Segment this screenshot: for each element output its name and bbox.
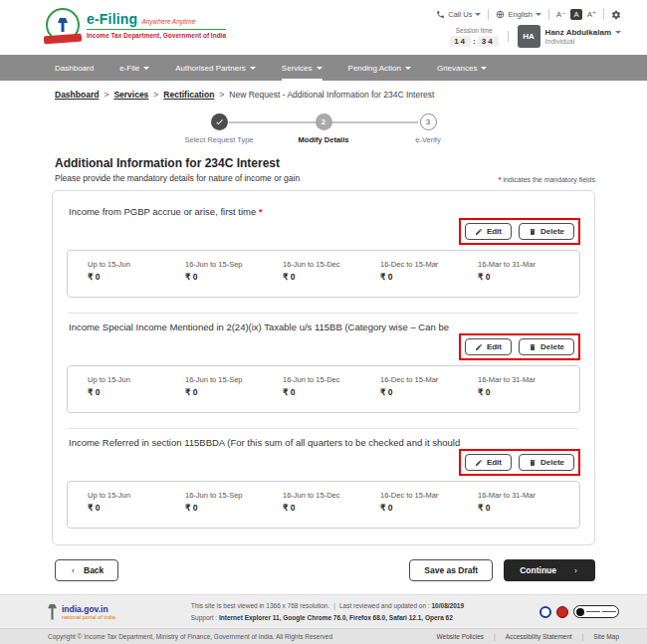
efiling-logo[interactable]: e-Filing Anywhere Anytime Income Tax Dep… (46, 8, 226, 42)
avatar: HA (518, 25, 540, 48)
language-label: English (508, 10, 533, 19)
chevron-left-icon (70, 567, 77, 574)
footer: india.gov.in national portal of india Th… (0, 594, 647, 644)
step-select-request-type: Select Request Type (174, 113, 264, 144)
quarter-label: 16-Dec to 15-Mar (380, 491, 478, 500)
font-size-increase-button[interactable]: A⁺ (587, 10, 596, 19)
app-header: e-Filing Anywhere Anytime Income Tax Dep… (0, 0, 647, 55)
step-e-verify: 3 e-Verify (383, 113, 473, 144)
brand-name: e-Filing (87, 11, 137, 27)
divider (548, 9, 549, 20)
breadcrumb-dashboard[interactable]: Dashboard (55, 90, 99, 100)
website-policies-link[interactable]: Website Policies (437, 633, 485, 640)
session-seconds: 34 (478, 36, 499, 47)
quarter-value: ₹ 0 (185, 272, 283, 282)
quarter-value: ₹ 0 (88, 503, 185, 513)
call-us-label: Call Us (448, 10, 472, 19)
breadcrumb-rectification[interactable]: Rectification (163, 90, 214, 100)
phone-icon (436, 10, 445, 19)
chevron-down-icon (615, 31, 621, 34)
edit-button[interactable]: Edit (465, 223, 512, 240)
continue-button[interactable]: Continue (504, 559, 595, 581)
delete-button[interactable]: Delete (519, 454, 574, 471)
call-us-menu[interactable]: Call Us (436, 10, 481, 19)
quarterly-values-box: Up to 15-Jun₹ 0 16-Jun to 15-Sep₹ 0 16-J… (67, 250, 580, 298)
quarter-value: ₹ 0 (380, 387, 478, 397)
portal-subtitle: national portal of india (62, 614, 115, 620)
quarter-label: 16-Jun to 15-Dec (283, 491, 380, 500)
accessibility-settings-icon[interactable] (611, 10, 621, 20)
section-title: Income from PGBP accrue or arise, first … (69, 206, 578, 217)
income-details-card: Income from PGBP accrue or arise, first … (52, 190, 595, 545)
breadcrumb-services[interactable]: Services (113, 90, 148, 100)
step-done-check-icon (211, 113, 228, 130)
quarter-label: 16-Mar to 31-Mar (478, 375, 575, 384)
session-minutes: 14 (450, 36, 471, 47)
delete-button[interactable]: Delete (519, 223, 574, 240)
user-menu[interactable]: HA Hanz Abdulkalam Individual (518, 25, 621, 48)
portal-name: india.gov.in (62, 604, 115, 614)
pencil-icon (475, 343, 483, 351)
language-menu[interactable]: English (496, 10, 541, 19)
trash-icon (529, 459, 537, 467)
font-size-decrease-button[interactable]: A⁻ (556, 10, 565, 19)
quarterly-values-box: Up to 15-Jun₹ 0 16-Jun to 15-Sep₹ 0 16-J… (67, 365, 580, 413)
back-button[interactable]: Back (55, 559, 118, 581)
nav-grievances[interactable]: Grievances (437, 55, 487, 81)
delete-button[interactable]: Delete (519, 338, 574, 355)
footer-info: This site is best viewed in 1366 x 768 r… (191, 600, 464, 622)
edit-button[interactable]: Edit (465, 454, 512, 471)
nav-pending-action[interactable]: Pending Action (348, 55, 411, 81)
font-size-normal-button[interactable]: A (570, 9, 582, 20)
chevron-down-icon (536, 13, 541, 16)
quarter-value: ₹ 0 (478, 272, 575, 282)
breadcrumb-current: New Request - Additional Information for… (229, 90, 434, 100)
quarter-label: Up to 15-Jun (88, 260, 185, 269)
save-as-draft-button[interactable]: Save as Draft (409, 559, 493, 581)
accessibility-statement-link[interactable]: Accessibility Statement (506, 633, 572, 640)
certification-badge-icon (573, 605, 619, 618)
chevron-down-icon (317, 67, 323, 70)
income-tax-emblem-icon (46, 8, 80, 42)
nav-authorised-partners[interactable]: Authorised Partners (175, 55, 256, 81)
copyright-text: Copyright © Income Tax Department, Minis… (48, 633, 332, 640)
breadcrumb: Dashboard > Services > Rectification > N… (0, 81, 647, 104)
session-timer: Session time 14 : 34 (450, 27, 498, 47)
quarter-label: 16-Jun to 15-Dec (283, 260, 380, 269)
quarter-label: 16-Mar to 31-Mar (478, 260, 575, 269)
chevron-down-icon (405, 67, 411, 70)
india-gov-in-link[interactable]: india.gov.in national portal of india (48, 604, 115, 620)
annotation-highlight-box: Edit Delete (459, 218, 580, 245)
step-modify-details: 2 Modify Details (279, 113, 368, 144)
chevron-right-icon (572, 567, 579, 574)
user-role: Individual (545, 38, 621, 45)
chevron-down-icon (143, 67, 149, 70)
divider (488, 9, 489, 20)
quarter-value: ₹ 0 (185, 387, 283, 397)
section-title: Income Referred in section 115BBDA (For … (69, 437, 578, 448)
quarter-label: 16-Jun to 15-Sep (185, 375, 283, 384)
nav-dashboard[interactable]: Dashboard (55, 55, 94, 81)
quarter-label: 16-Dec to 15-Mar (380, 375, 478, 384)
brand-tagline: Anywhere Anytime (141, 18, 195, 25)
divider (508, 31, 509, 42)
quarter-value: ₹ 0 (380, 272, 478, 282)
section-divider (69, 428, 578, 429)
quarter-value: ₹ 0 (283, 387, 380, 397)
quarter-value: ₹ 0 (478, 387, 575, 397)
section-title: Income Special Income Mentioned in 2(24)… (69, 322, 578, 332)
quarter-label: 16-Jun to 15-Sep (185, 491, 283, 500)
brand-divider (87, 29, 226, 30)
chevron-down-icon (481, 67, 487, 70)
quarter-label: 16-Dec to 15-Mar (380, 260, 478, 269)
quarter-label: Up to 15-Jun (88, 375, 185, 384)
mandatory-fields-note: * indicates the mandatory fields (499, 176, 595, 183)
nav-e-file[interactable]: e-File (119, 55, 149, 81)
certification-badges (539, 605, 619, 618)
session-colon: : (473, 37, 476, 46)
annotation-highlight-box: Edit Delete (459, 449, 580, 476)
progress-stepper: Select Request Type 2 Modify Details 3 e… (174, 113, 473, 144)
nav-services[interactable]: Services (282, 55, 323, 81)
site-map-link[interactable]: Site Map (593, 633, 619, 640)
edit-button[interactable]: Edit (465, 338, 512, 355)
